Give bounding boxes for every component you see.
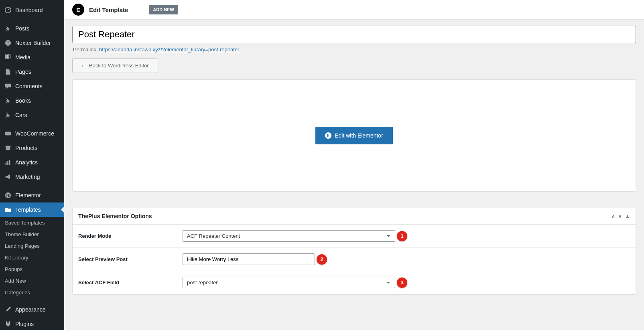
- edit-with-elementor-button[interactable]: E Edit with Elementor: [315, 127, 393, 144]
- render-mode-select[interactable]: ACF Repeater Content: [183, 230, 395, 242]
- page-title: Edit Template: [89, 6, 128, 13]
- comment-icon: [4, 82, 12, 90]
- sidebar-sub-saved-templates[interactable]: Saved Templates: [0, 217, 64, 229]
- sidebar-item-label: Templates: [15, 207, 41, 213]
- sidebar-item-label: Media: [15, 54, 30, 61]
- sidebar-item-label: WooCommerce: [15, 130, 54, 137]
- plug-icon: [4, 320, 12, 328]
- option-row-acf-field: Select ACF Field post repeater 3: [73, 271, 636, 294]
- sidebar-item-plugins[interactable]: Plugins: [0, 317, 64, 330]
- sidebar-sub-categories[interactable]: Categories: [0, 287, 64, 298]
- svg-rect-10: [9, 160, 10, 165]
- svg-rect-8: [6, 162, 7, 165]
- media-icon: [4, 53, 12, 61]
- permalink-row: Permalink: https://ananda.instawp.xyz/?e…: [73, 47, 635, 53]
- sidebar-item-cars[interactable]: Cars: [0, 108, 64, 122]
- alert-icon: [4, 39, 12, 47]
- sidebar-item-label: Plugins: [15, 321, 34, 327]
- panel-title: ThePlus Elementor Options: [78, 213, 152, 219]
- sidebar-item-templates[interactable]: Templates: [0, 202, 64, 217]
- sidebar-sub-kit-library[interactable]: Kit Library: [0, 252, 64, 263]
- editor-panel: E Edit with Elementor: [72, 79, 636, 192]
- svg-rect-12: [6, 194, 7, 196]
- sidebar-item-label: Dashboard: [15, 7, 43, 13]
- permalink-link[interactable]: https://ananda.instawp.xyz/?elementor_li…: [99, 47, 239, 53]
- back-btn-label: Back to WordPress Editor: [89, 63, 149, 69]
- svg-rect-15: [8, 196, 10, 197]
- option-label: Select ACF Field: [73, 272, 177, 293]
- option-row-preview-post: Select Preview Post 2: [73, 248, 636, 271]
- edit-btn-label: Edit with Elementor: [335, 132, 383, 139]
- sidebar-item-label: Cars: [15, 112, 27, 118]
- svg-rect-14: [8, 195, 10, 196]
- options-panel: ThePlus Elementor Options ∧ ∨ ▲ Render M…: [72, 208, 636, 295]
- panel-down-icon[interactable]: ∨: [618, 213, 622, 219]
- annotation-marker-3: 3: [397, 277, 407, 288]
- option-label: Render Mode: [73, 226, 177, 246]
- sidebar-item-pages[interactable]: Pages: [0, 65, 64, 79]
- annotation-marker-2: 2: [317, 254, 327, 265]
- archive-icon: [4, 144, 12, 152]
- sidebar-item-label: Marketing: [15, 174, 40, 180]
- svg-rect-3: [8, 44, 8, 45]
- sidebar-item-label: Products: [15, 145, 37, 151]
- panel-toggle-icon[interactable]: ▲: [625, 213, 630, 219]
- sidebar-item-label: Comments: [15, 83, 43, 89]
- woo-icon: [4, 130, 12, 138]
- svg-rect-7: [6, 147, 10, 150]
- svg-rect-6: [6, 146, 11, 147]
- sidebar-item-analytics[interactable]: Analytics: [0, 155, 64, 170]
- sidebar-item-label: Elementor: [15, 192, 41, 198]
- arrow-left-icon: ←: [81, 63, 86, 69]
- acf-field-select[interactable]: post repeater: [183, 277, 395, 288]
- elementor-icon: [4, 191, 12, 199]
- panel-header: ThePlus Elementor Options ∧ ∨ ▲: [73, 208, 636, 225]
- admin-sidebar: Dashboard Posts Nexter Builder Media Pag…: [0, 0, 64, 330]
- sidebar-item-label: Nexter Builder: [15, 40, 51, 46]
- sidebar-item-label: Pages: [15, 69, 31, 75]
- add-new-button[interactable]: ADD NEW: [149, 5, 178, 14]
- sidebar-item-marketing[interactable]: Marketing: [0, 170, 64, 184]
- sidebar-item-books[interactable]: Books: [0, 93, 64, 108]
- sidebar-sub-landing-pages[interactable]: Landing Pages: [0, 240, 64, 252]
- sidebar-item-elementor[interactable]: Elementor: [0, 188, 64, 202]
- sidebar-item-nexter[interactable]: Nexter Builder: [0, 36, 64, 50]
- sidebar-item-label: Analytics: [15, 159, 38, 166]
- svg-rect-13: [8, 194, 10, 194]
- sidebar-item-label: Books: [15, 97, 31, 104]
- sidebar-sub-popups[interactable]: Popups: [0, 263, 64, 275]
- chart-icon: [4, 158, 12, 166]
- sidebar-item-comments[interactable]: Comments: [0, 79, 64, 93]
- svg-rect-2: [8, 41, 8, 43]
- svg-rect-5: [5, 132, 11, 136]
- page-icon: [4, 68, 12, 76]
- sidebar-item-woocommerce[interactable]: WooCommerce: [0, 126, 64, 141]
- sidebar-item-appearance[interactable]: Appearance: [0, 302, 64, 317]
- svg-rect-9: [7, 161, 8, 165]
- option-row-render-mode: Render Mode ACF Repeater Content 1: [73, 225, 636, 248]
- brush-icon: [4, 306, 12, 314]
- permalink-label: Permalink:: [73, 47, 98, 53]
- sidebar-item-label: Posts: [15, 25, 29, 32]
- sidebar-item-label: Appearance: [15, 306, 46, 313]
- folder-icon: [4, 206, 12, 214]
- dashboard-icon: [4, 6, 12, 14]
- megaphone-icon: [4, 173, 12, 181]
- pin-icon: [4, 24, 12, 32]
- annotation-marker-1: 1: [397, 231, 407, 241]
- pin-icon: [4, 111, 12, 119]
- sidebar-sub-theme-builder[interactable]: Theme Builder: [0, 229, 64, 240]
- back-to-editor-button[interactable]: ← Back to WordPress Editor: [72, 58, 157, 73]
- template-title-input[interactable]: [72, 26, 636, 43]
- preview-post-input[interactable]: [183, 253, 315, 265]
- sidebar-item-dashboard[interactable]: Dashboard: [0, 3, 64, 17]
- main-content: E Edit Template ADD NEW Permalink: https…: [64, 0, 644, 330]
- sidebar-sub-add-new[interactable]: Add New: [0, 275, 64, 287]
- pin-icon: [4, 97, 12, 105]
- panel-up-icon[interactable]: ∧: [611, 213, 615, 219]
- sidebar-item-products[interactable]: Products: [0, 141, 64, 155]
- topbar: E Edit Template ADD NEW: [64, 0, 644, 20]
- sidebar-item-media[interactable]: Media: [0, 50, 64, 65]
- elementor-badge-icon: E: [72, 4, 84, 16]
- sidebar-item-posts[interactable]: Posts: [0, 21, 64, 36]
